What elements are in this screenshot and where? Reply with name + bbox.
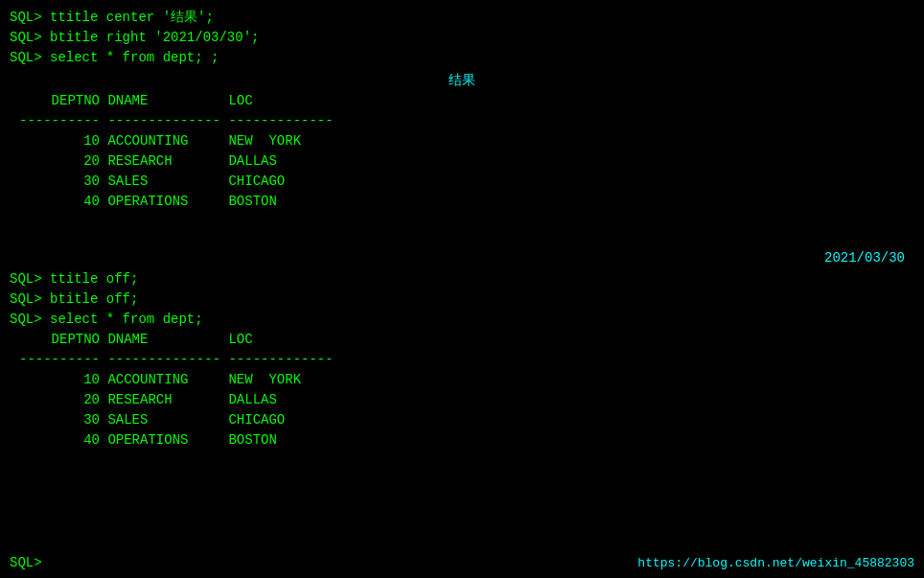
command2-line-3: SQL> select * from dept; xyxy=(10,310,914,330)
second-table-row-4: 40 OPERATIONS BOSTON xyxy=(19,430,914,451)
second-table-row-2: 20 RESEARCH DALLAS xyxy=(19,390,914,410)
second-table-separator: ---------- -------------- ------------- xyxy=(19,350,914,370)
second-table-headers: DEPTNO DNAME LOC xyxy=(19,330,914,350)
terminal-window: SQL> ttitle center '结果'; SQL> btitle rig… xyxy=(0,0,924,578)
second-table-row-1: 10 ACCOUNTING NEW YORK xyxy=(19,370,914,390)
command-line-1: SQL> ttitle center '结果'; xyxy=(10,8,914,28)
first-table-row-2: 20 RESEARCH DALLAS xyxy=(19,151,914,172)
first-table-row-3: 30 SALES CHICAGO xyxy=(19,172,914,192)
command-line-3: SQL> select * from dept; ; xyxy=(10,48,914,68)
first-table-row-4: 40 OPERATIONS BOSTON xyxy=(19,192,914,212)
first-table-row-1: 10 ACCOUNTING NEW YORK xyxy=(19,131,914,151)
first-table-title: 结果 xyxy=(449,73,475,88)
second-table: DEPTNO DNAME LOC ---------- ------------… xyxy=(10,330,914,451)
bottom-prompt[interactable]: SQL> xyxy=(10,555,42,570)
command2-line-1: SQL> ttitle off; xyxy=(10,269,914,289)
second-table-row-3: 30 SALES CHICAGO xyxy=(19,410,914,430)
command-line-2: SQL> btitle right '2021/03/30'; xyxy=(10,28,914,48)
bottom-title: 2021/03/30 xyxy=(824,250,905,266)
first-table-headers: DEPTNO DNAME LOC xyxy=(19,91,914,111)
command2-line-2: SQL> btitle off; xyxy=(10,289,914,310)
first-table-separator: ---------- -------------- ------------- xyxy=(19,111,914,131)
watermark: https://blog.csdn.net/weixin_45882303 xyxy=(637,556,914,570)
first-table: DEPTNO DNAME LOC ---------- ------------… xyxy=(10,91,914,212)
